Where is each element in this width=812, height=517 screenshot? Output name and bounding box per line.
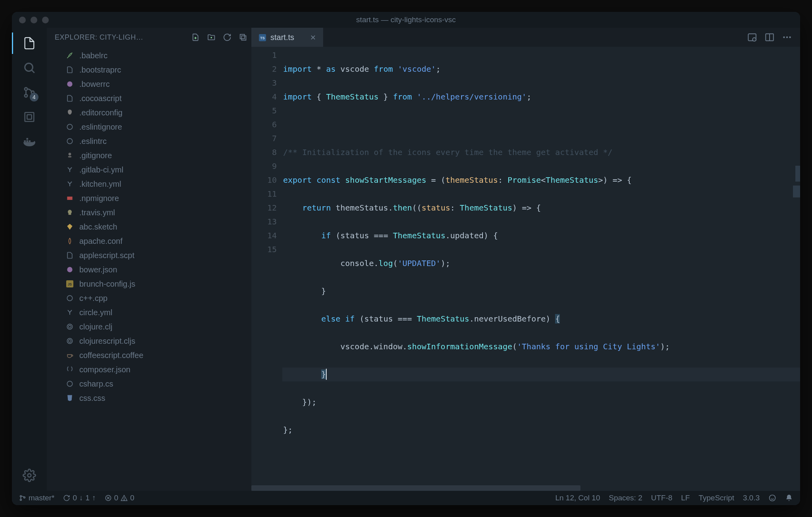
- collapse-all-button[interactable]: [237, 31, 249, 43]
- new-file-button[interactable]: [190, 31, 201, 43]
- file-item-label: .babelrc: [79, 51, 107, 60]
- file-item[interactable]: .bootstraprc: [47, 63, 251, 77]
- svg-point-2: [25, 88, 27, 90]
- window-body: 4 EXPLORER: CITY-LIGH…: [12, 28, 800, 491]
- svg-text:TS: TS: [260, 36, 265, 40]
- yaml-icon: [65, 179, 75, 189]
- file-item[interactable]: coffeescript.coffee: [47, 348, 251, 362]
- file-tree[interactable]: .babelrc.bootstraprc.bowerrc.cocoascript…: [47, 47, 251, 491]
- problems[interactable]: 0 0: [105, 494, 134, 502]
- file-icon: [65, 251, 75, 260]
- open-changes-button[interactable]: [747, 32, 757, 42]
- editor: TS start.ts ✕: [251, 28, 800, 491]
- split-editor-button[interactable]: [764, 32, 775, 42]
- svg-rect-9: [29, 140, 31, 142]
- file-item[interactable]: .bowerrc: [47, 77, 251, 91]
- svg-rect-10: [27, 138, 29, 140]
- file-item[interactable]: abc.sketch: [47, 220, 251, 234]
- traffic-zoom[interactable]: [42, 17, 49, 23]
- svg-point-16: [67, 138, 72, 144]
- file-item[interactable]: .kitchen.yml: [47, 177, 251, 191]
- eol[interactable]: LF: [681, 494, 690, 502]
- explorer-sidebar: EXPLORER: CITY-LIGH… .babelrc: [47, 28, 251, 491]
- svg-rect-19: [67, 197, 72, 200]
- file-item[interactable]: .editorconfig: [47, 105, 251, 120]
- file-item[interactable]: .cocoascript: [47, 91, 251, 105]
- file-item[interactable]: .eslintrc: [47, 134, 251, 148]
- encoding[interactable]: UTF-8: [651, 494, 672, 502]
- status-bar: master* 0↓ 1↑ 0 0 Ln 12, Col 10 Spaces: …: [12, 491, 800, 505]
- file-item[interactable]: .npmignore: [47, 191, 251, 205]
- activity-bar: 4: [12, 28, 47, 491]
- file-item[interactable]: JSbrunch-config.js: [47, 277, 251, 291]
- tab-close-button[interactable]: ✕: [310, 33, 316, 42]
- file-item-label: bower.json: [79, 265, 117, 274]
- explorer-actions: [190, 31, 249, 43]
- file-item[interactable]: css.css: [47, 391, 251, 405]
- svg-point-28: [67, 338, 72, 343]
- git-icon: [65, 151, 75, 160]
- file-item[interactable]: clojurescript.cljs: [47, 334, 251, 348]
- scrollbar-thumb[interactable]: [251, 485, 580, 491]
- file-item[interactable]: bower.json: [47, 262, 251, 277]
- traffic-close[interactable]: [19, 17, 26, 23]
- file-item[interactable]: composer.json: [47, 362, 251, 377]
- ts-icon: TS: [259, 34, 266, 42]
- file-item-label: brunch-config.js: [79, 280, 135, 289]
- svg-point-17: [69, 153, 71, 155]
- new-folder-button[interactable]: [205, 31, 217, 43]
- minimap[interactable]: [796, 47, 800, 485]
- activity-docker[interactable]: [21, 133, 38, 150]
- file-item-label: .travis.yml: [79, 208, 115, 217]
- indentation[interactable]: Spaces: 2: [609, 494, 642, 502]
- file-item[interactable]: applescript.scpt: [47, 248, 251, 262]
- cursor-position[interactable]: Ln 12, Col 10: [555, 494, 600, 502]
- file-item[interactable]: circle.yml: [47, 305, 251, 320]
- file-item[interactable]: clojure.clj: [47, 320, 251, 334]
- file-item-label: .npmignore: [79, 194, 119, 203]
- svg-rect-13: [241, 36, 246, 40]
- file-item-label: composer.json: [79, 365, 130, 374]
- file-item[interactable]: .gitignore: [47, 148, 251, 163]
- feedback-button[interactable]: [768, 494, 776, 502]
- version[interactable]: 3.0.3: [743, 494, 760, 502]
- git-branch[interactable]: master*: [19, 494, 54, 502]
- activity-debug[interactable]: [21, 109, 38, 125]
- svg-rect-18: [68, 156, 71, 157]
- file-item[interactable]: .gitlab-ci.yml: [47, 163, 251, 177]
- file-item[interactable]: c++.cpp: [47, 291, 251, 305]
- file-item-label: .eslintrc: [79, 137, 107, 146]
- travis-icon: [65, 208, 75, 217]
- svg-point-39: [789, 36, 791, 38]
- activity-settings[interactable]: [21, 467, 38, 484]
- file-item[interactable]: apache.conf: [47, 234, 251, 248]
- cpp-icon: [65, 293, 75, 303]
- refresh-button[interactable]: [221, 31, 233, 43]
- file-item-label: .bowerrc: [79, 80, 110, 89]
- file-item[interactable]: csharp.cs: [47, 377, 251, 391]
- file-item-label: coffeescript.coffee: [79, 351, 144, 360]
- language-mode[interactable]: TypeScript: [699, 494, 734, 502]
- file-item[interactable]: .travis.yml: [47, 205, 251, 220]
- notifications-button[interactable]: [785, 494, 793, 502]
- horizontal-scrollbar[interactable]: [251, 485, 800, 491]
- bower-icon: [65, 265, 75, 274]
- git-sync[interactable]: 0↓ 1↑: [63, 494, 96, 502]
- tab-start-ts[interactable]: TS start.ts ✕: [251, 28, 323, 47]
- file-item-label: abc.sketch: [79, 222, 117, 232]
- window-title: start.ts — city-lights-icons-vsc: [12, 15, 800, 24]
- file-item[interactable]: .eslintignore: [47, 120, 251, 134]
- activity-search[interactable]: [21, 59, 38, 76]
- activity-explorer[interactable]: [21, 35, 38, 52]
- code-content[interactable]: import * as vscode from 'vscode'; import…: [283, 47, 800, 485]
- scm-badge: 4: [30, 93, 38, 101]
- more-actions-button[interactable]: [782, 32, 792, 42]
- sketch-icon: [65, 222, 75, 232]
- file-item[interactable]: .babelrc: [47, 48, 251, 63]
- explorer-title: EXPLORER: CITY-LIGH…: [55, 33, 190, 42]
- code-area[interactable]: 123456789101112131415 import * as vscode…: [251, 47, 800, 485]
- activity-scm[interactable]: 4: [21, 84, 38, 101]
- traffic-minimize[interactable]: [31, 17, 37, 23]
- editorconfig-icon: [65, 108, 75, 117]
- file-item-label: csharp.cs: [79, 379, 113, 389]
